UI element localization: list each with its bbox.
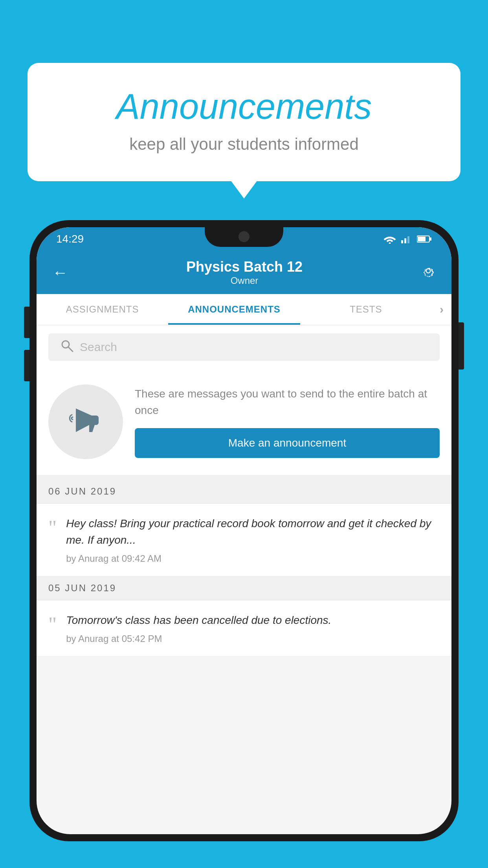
header-subtitle: Owner (72, 275, 417, 286)
battery-icon (417, 235, 432, 243)
wifi-icon (383, 234, 396, 244)
announcement-text-2: Tomorrow's class has been cancelled due … (66, 612, 440, 629)
svg-rect-5 (429, 237, 431, 241)
announcement-text-1: Hey class! Bring your practical record b… (66, 515, 440, 548)
speech-bubble-section: Announcements keep all your students inf… (28, 63, 460, 181)
status-time: 14:29 (56, 233, 84, 245)
announcement-meta-1: by Anurag at 09:42 AM (66, 553, 440, 564)
svg-point-0 (389, 243, 391, 244)
announcement-promo: These are messages you want to send to t… (37, 369, 451, 480)
speech-bubble: Announcements keep all your students inf… (28, 63, 460, 181)
quote-icon-2: " (48, 614, 57, 635)
tab-more[interactable]: › (432, 303, 451, 316)
phone-screen: 14:29 (37, 227, 451, 834)
settings-icon[interactable] (417, 259, 440, 286)
tabs-bar: ASSIGNMENTS ANNOUNCEMENTS TESTS › (37, 294, 451, 326)
promo-right: These are messages you want to send to t… (135, 386, 440, 458)
search-icon (60, 339, 73, 355)
phone-outer: 14:29 (29, 220, 459, 841)
back-button[interactable]: ← (48, 260, 72, 285)
promo-icon-circle (48, 384, 123, 459)
announcement-item-2[interactable]: " Tomorrow's class has been cancelled du… (37, 600, 451, 657)
svg-rect-1 (401, 240, 403, 243)
megaphone-icon (68, 401, 103, 443)
header-title: Physics Batch 12 (72, 259, 417, 275)
quote-icon-1: " (48, 518, 57, 538)
phone-notch (205, 227, 283, 247)
announcement-content-1: Hey class! Bring your practical record b… (66, 515, 440, 564)
tab-announcements[interactable]: ANNOUNCEMENTS (168, 294, 300, 325)
make-announcement-button[interactable]: Make an announcement (135, 428, 440, 458)
announcement-content-2: Tomorrow's class has been cancelled due … (66, 612, 440, 644)
tab-tests[interactable]: TESTS (300, 294, 432, 325)
search-container: Search (37, 326, 451, 369)
search-placeholder: Search (80, 340, 117, 354)
promo-description: These are messages you want to send to t… (135, 386, 440, 419)
volume-up-button[interactable] (24, 307, 29, 338)
signal-icon (401, 235, 412, 243)
status-icons (383, 234, 432, 244)
bubble-subtitle: keep all your students informed (59, 135, 429, 154)
svg-rect-2 (404, 238, 406, 243)
svg-rect-3 (407, 236, 409, 243)
search-bar[interactable]: Search (48, 333, 440, 361)
svg-line-8 (68, 347, 73, 351)
phone-mockup: 14:29 (29, 220, 459, 841)
phone-camera (238, 231, 250, 242)
volume-down-button[interactable] (24, 350, 29, 381)
tab-assignments[interactable]: ASSIGNMENTS (37, 294, 168, 325)
announcement-meta-2: by Anurag at 05:42 PM (66, 633, 440, 644)
date-separator-2: 05 JUN 2019 (37, 576, 451, 600)
bubble-title: Announcements (59, 86, 429, 127)
date-separator-1: 06 JUN 2019 (37, 480, 451, 504)
svg-rect-6 (418, 237, 426, 241)
announcement-item-1[interactable]: " Hey class! Bring your practical record… (37, 504, 451, 576)
header-center: Physics Batch 12 Owner (72, 259, 417, 286)
power-button[interactable] (459, 322, 464, 370)
app-header: ← Physics Batch 12 Owner (37, 251, 451, 294)
